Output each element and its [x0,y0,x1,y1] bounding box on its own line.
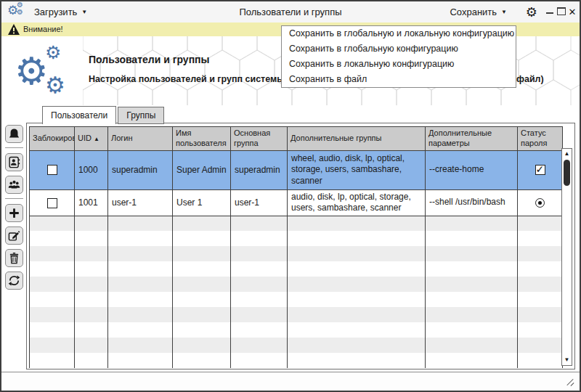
delete-user-button[interactable] [5,249,23,267]
column-header-login[interactable]: Логин [108,127,173,151]
sort-asc-icon: ▲ [94,136,99,142]
status-bar [1,372,580,391]
password-status-cell [518,150,563,189]
load-button-label: Загрузить [34,7,77,17]
tab-bar: ПользователиГруппы [42,106,166,124]
menu-item-save-global[interactable]: Сохранить в глобальную конфигурацию [282,41,516,57]
minimize-icon [546,12,553,14]
column-header-additional-groups[interactable]: Дополнительные группы [288,127,426,151]
additional-groups-cell: wheel, audio, disk, lp, optical, storage… [288,150,426,189]
column-header-locked[interactable]: Заблокирован [30,127,75,151]
load-button[interactable]: Загрузить▼ [34,1,87,23]
empty-row [30,338,563,353]
trash-icon [8,252,20,264]
menu-item-save-global-and-local[interactable]: Сохранить в глобальную и локальную конфи… [282,26,516,41]
action-sidebar [5,125,23,294]
app-window: ⚙⚙⚙ Загрузить▼ Пользователи и группы Сох… [0,0,581,392]
notifications-button[interactable] [5,125,23,143]
sidebar-separator [5,198,23,199]
uid-cell: 1001 [75,189,108,216]
additional-params-cell: --shell /usr/bin/bash [426,189,518,216]
name-cell: Super Admin [173,150,231,189]
table-row-superadmin[interactable]: 1000 superadmin Super Admin superadmin w… [30,150,563,189]
password-status-cell [518,189,563,216]
tab-users[interactable]: Пользователи [42,106,116,124]
primary-group-cell: user-1 [231,189,288,216]
warning-text: Внимание! [23,23,63,36]
empty-row [30,353,563,368]
empty-row [30,307,563,322]
column-header-password-status[interactable]: Статус пароля [518,127,563,151]
scrollbar-thumb[interactable] [564,160,570,186]
window-title: Пользователи и группы [147,1,434,23]
column-header-uid[interactable]: UID▲ [75,127,108,151]
primary-group-cell: superadmin [231,150,288,189]
password-status-radio-selected[interactable] [535,198,545,208]
maximize-button[interactable] [556,1,566,23]
add-user-button[interactable] [5,204,23,222]
refresh-icon [8,274,20,287]
user-groups-button[interactable] [5,176,23,194]
column-header-name[interactable]: Имя пользователя [173,127,231,151]
table-header-row: Заблокирован UID▲ Логин Имя пользователя… [30,127,563,151]
close-button[interactable]: ✕ [567,1,577,23]
users-table: Заблокирован UID▲ Логин Имя пользователя… [29,126,563,368]
app-gears-logo-icon: ⚙⚙⚙ [7,2,28,21]
column-header-additional-params[interactable]: Дополнительные параметры [426,127,518,151]
sidebar-separator [5,147,23,148]
chevron-down-icon: ▼ [81,9,87,15]
empty-row [30,231,563,246]
empty-row [30,216,563,231]
maximize-icon [557,7,566,15]
gears-logo-icon: ⚙⚙⚙ [15,42,84,103]
additional-params-cell: --create-home [426,150,518,189]
table-row-user-1[interactable]: 1001 user-1 User 1 user-1 audio, disk, l… [30,189,563,216]
settings-gear-icon[interactable]: ⚙ [526,3,537,22]
column-header-primary-group[interactable]: Основная группа [231,127,288,151]
page-title: Пользователи и группы [89,54,210,65]
users-table-panel: Заблокирован UID▲ Логин Имя пользователя… [26,123,575,369]
group-icon [8,179,20,191]
minimize-button[interactable] [545,1,555,23]
menu-item-save-to-file[interactable]: Сохранить в файл [282,72,516,87]
password-status-checked-checkbox[interactable] [535,165,545,175]
uid-cell: 1000 [75,150,108,189]
user-card-button[interactable] [5,153,23,171]
menu-item-save-local[interactable]: Сохранить в локальную конфигурацию [282,57,516,72]
additional-groups-cell: audio, disk, lp, optical, storage, users… [288,189,426,216]
save-button[interactable]: Сохранить▼ [450,1,507,23]
plus-icon [8,207,20,219]
empty-row [30,246,563,261]
empty-row [30,277,563,292]
edit-pencil-icon [8,229,20,242]
locked-cell [30,189,75,216]
bell-icon [8,128,20,140]
locked-checkbox[interactable] [47,198,57,208]
edit-user-button[interactable] [5,226,23,245]
login-cell: superadmin [108,150,173,189]
save-button-label: Сохранить [450,7,497,17]
login-cell: user-1 [108,189,173,216]
user-card-icon [8,156,20,168]
chevron-down-icon: ▼ [501,9,507,15]
warning-triangle-icon [8,24,20,35]
empty-row [30,322,563,338]
save-dropdown-menu: Сохранить в глобальную и локальную конфи… [281,25,516,88]
toolbar: ⚙⚙⚙ Загрузить▼ Пользователи и группы Сох… [1,1,580,23]
empty-row [30,292,563,307]
vertical-scrollbar[interactable]: ▲ ▼ [561,148,572,366]
resize-grip[interactable] [565,377,575,387]
name-cell: User 1 [173,189,231,216]
locked-cell [30,150,75,189]
tab-groups[interactable]: Группы [118,107,164,124]
refresh-button[interactable] [5,271,23,290]
scroll-up-arrow-icon[interactable]: ▲ [562,150,572,158]
locked-checkbox[interactable] [47,165,57,175]
scroll-down-arrow-icon[interactable]: ▼ [562,356,572,364]
empty-row [30,261,563,277]
